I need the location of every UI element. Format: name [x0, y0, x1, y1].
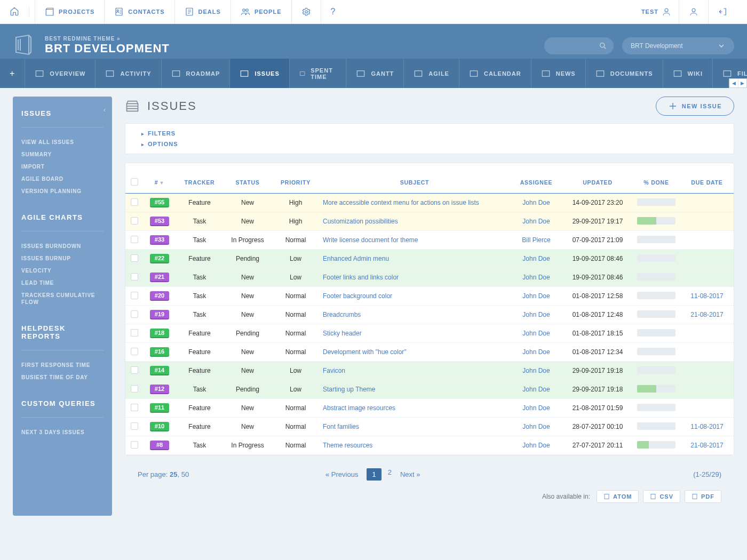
row-checkbox[interactable]	[131, 273, 138, 281]
issue-id-badge[interactable]: #16	[150, 347, 169, 357]
row-checkbox[interactable]	[131, 198, 138, 206]
cell-assignee[interactable]: John Doe	[510, 212, 563, 231]
cell-subject[interactable]: Breadcrumbs	[320, 306, 510, 324]
cell-assignee[interactable]: John Doe	[510, 343, 563, 362]
page-number[interactable]: 1	[367, 468, 381, 481]
issue-id-badge[interactable]: #53	[150, 217, 169, 226]
sidebar-item[interactable]: BUSIEST TIME OF DAY	[21, 371, 104, 383]
gear-icon[interactable]	[292, 0, 321, 24]
tab-activity[interactable]: ACTIVITY	[96, 59, 161, 88]
col-num[interactable]: #	[155, 179, 158, 186]
tab-calendar[interactable]: CALENDAR	[459, 59, 531, 88]
cell-assignee[interactable]: Bill Pierce	[510, 231, 563, 250]
tab-overview[interactable]: OVERVIEW	[25, 59, 96, 88]
export-csv[interactable]: CSV	[643, 490, 680, 503]
sidebar-item[interactable]: FIRST RESPONSE TIME	[21, 359, 104, 371]
select-all-checkbox[interactable]	[131, 178, 138, 186]
next-page[interactable]: Next »	[400, 470, 420, 478]
sidebar-item[interactable]: IMPORT	[21, 161, 104, 173]
account-icon[interactable]	[679, 0, 709, 24]
cell-assignee[interactable]: John Doe	[510, 399, 563, 418]
cell-subject[interactable]: Enhanced Admin menu	[320, 250, 510, 268]
table-row[interactable]: #16FeatureNewNormalDevelopment with "hue…	[125, 343, 734, 362]
cell-assignee[interactable]: John Doe	[510, 306, 563, 324]
cell-assignee[interactable]: John Doe	[510, 194, 563, 212]
collapse-sidebar-icon[interactable]: ‹	[104, 106, 106, 114]
tab-agile[interactable]: AGILE	[404, 59, 459, 88]
cell-subject[interactable]: More accessible context menu for actions…	[320, 194, 510, 212]
row-checkbox[interactable]	[131, 366, 138, 374]
col-priority[interactable]: PRIORITY	[272, 172, 320, 194]
per-page-alt[interactable]: 50	[181, 470, 189, 478]
tab-roadmap[interactable]: ROADMAP	[162, 59, 231, 88]
table-row[interactable]: #33TaskIn ProgressNormalWrite license do…	[125, 231, 734, 250]
sidebar-item[interactable]: VIEW ALL ISSUES	[21, 136, 104, 148]
nav-people[interactable]: PEOPLE	[231, 0, 292, 24]
page-number[interactable]: 2	[388, 468, 392, 481]
row-checkbox[interactable]	[131, 254, 138, 262]
sidebar-item[interactable]: VELOCITY	[21, 265, 104, 277]
issue-id-badge[interactable]: #14	[150, 366, 169, 375]
cell-subject[interactable]: Font families	[320, 418, 510, 436]
table-row[interactable]: #11FeatureNewNormalAbstract image resour…	[125, 399, 734, 418]
issue-id-badge[interactable]: #55	[150, 198, 169, 207]
nav-deals[interactable]: DEALS	[175, 0, 231, 24]
col-updated[interactable]: UPDATED	[563, 172, 632, 194]
row-checkbox[interactable]	[131, 385, 138, 393]
tab-news[interactable]: NEWS	[531, 59, 586, 88]
table-row[interactable]: #10FeatureNewNormalFont familiesJohn Doe…	[125, 418, 734, 436]
sidebar-item[interactable]: ISSUES BURNDOWN	[21, 240, 104, 252]
logout-icon[interactable]	[709, 0, 737, 24]
cell-assignee[interactable]: John Doe	[510, 380, 563, 399]
export-atom[interactable]: ATOM	[597, 490, 639, 503]
table-row[interactable]: #8TaskIn ProgressNormalTheme resourcesJo…	[125, 436, 734, 455]
row-checkbox[interactable]	[131, 310, 138, 318]
prev-page[interactable]: « Previous	[325, 470, 358, 478]
current-user[interactable]: TEST	[634, 0, 679, 24]
cell-assignee[interactable]: John Doe	[510, 362, 563, 380]
row-checkbox[interactable]	[131, 441, 138, 449]
cell-subject[interactable]: Sticky header	[320, 324, 510, 343]
filters-toggle[interactable]: FILTERS	[125, 128, 734, 139]
breadcrumb[interactable]: BEST REDMINE THEME »	[45, 36, 170, 42]
table-row[interactable]: #19TaskNewNormalBreadcrumbsJohn Doe01-08…	[125, 306, 734, 324]
cell-assignee[interactable]: John Doe	[510, 436, 563, 455]
col-subject[interactable]: SUBJECT	[320, 172, 510, 194]
row-checkbox[interactable]	[131, 292, 138, 299]
cell-assignee[interactable]: John Doe	[510, 418, 563, 436]
cell-subject[interactable]: Footer background color	[320, 287, 510, 306]
sidebar-item[interactable]: AGILE BOARD	[21, 173, 104, 185]
issue-id-badge[interactable]: #20	[150, 291, 169, 301]
sidebar-item[interactable]: SUMMARY	[21, 148, 104, 161]
table-row[interactable]: #18FeaturePendingNormalSticky headerJohn…	[125, 324, 734, 343]
col-status[interactable]: STATUS	[224, 172, 272, 194]
table-row[interactable]: #12TaskPendingLowStarting up ThemeJohn D…	[125, 380, 734, 399]
cell-subject[interactable]: Theme resources	[320, 436, 510, 455]
row-checkbox[interactable]	[131, 422, 138, 430]
cell-assignee[interactable]: John Doe	[510, 268, 563, 287]
col-done[interactable]: % DONE	[632, 172, 680, 194]
help-icon[interactable]: ?	[321, 0, 346, 24]
table-row[interactable]: #21TaskNewLowFooter links and links colo…	[125, 268, 734, 287]
row-checkbox[interactable]	[131, 348, 138, 355]
table-row[interactable]: #20TaskNewNormalFooter background colorJ…	[125, 287, 734, 306]
row-checkbox[interactable]	[131, 217, 138, 225]
cell-subject[interactable]: Favicon	[320, 362, 510, 380]
cell-subject[interactable]: Starting up Theme	[320, 380, 510, 399]
issue-id-badge[interactable]: #18	[150, 329, 169, 338]
project-selector[interactable]: BRT Development	[622, 37, 734, 54]
issue-id-badge[interactable]: #22	[150, 254, 169, 263]
cell-subject[interactable]: Write license document for theme	[320, 231, 510, 250]
row-checkbox[interactable]	[131, 236, 138, 243]
issue-id-badge[interactable]: #33	[150, 235, 169, 245]
issue-id-badge[interactable]: #11	[150, 403, 169, 413]
tab-spent-time[interactable]: SPENT TIME	[290, 59, 347, 88]
home-icon[interactable]	[10, 6, 29, 18]
table-row[interactable]: #22FeaturePendingLowEnhanced Admin menuJ…	[125, 250, 734, 268]
col-due[interactable]: DUE DATE	[680, 172, 734, 194]
issue-id-badge[interactable]: #19	[150, 310, 169, 319]
tab-scroll[interactable]: ◀▶	[729, 78, 747, 88]
sidebar-item[interactable]: NEXT 3 DAYS ISSUES	[21, 426, 104, 438]
cell-assignee[interactable]: John Doe	[510, 324, 563, 343]
add-tab-button[interactable]: +	[0, 59, 25, 88]
